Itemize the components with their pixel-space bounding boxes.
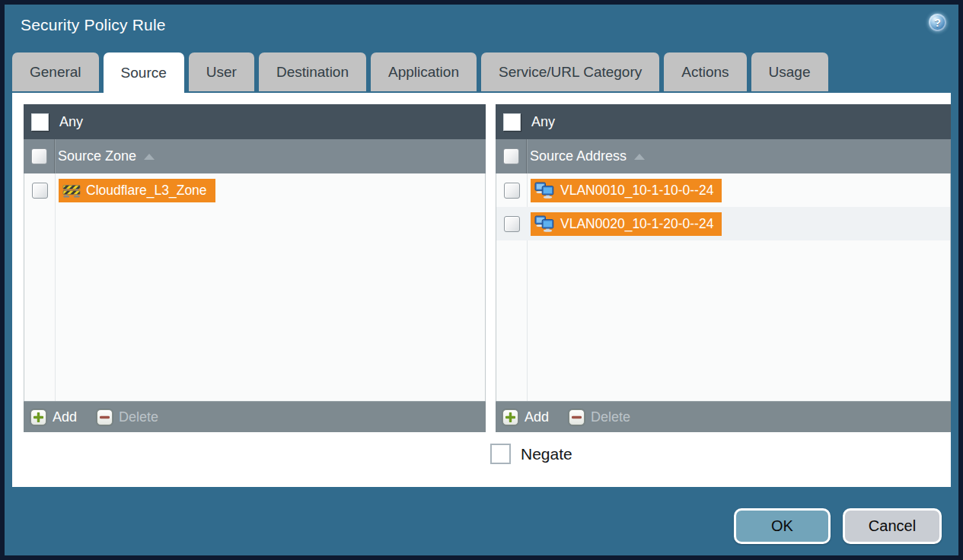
help-icon[interactable]: ? — [929, 14, 946, 31]
row-checkbox[interactable] — [32, 183, 48, 199]
sort-ascending-icon — [634, 154, 645, 160]
select-all-checkbox[interactable] — [31, 148, 47, 164]
any-checkbox[interactable] — [31, 113, 49, 131]
tab-usage[interactable]: Usage — [751, 52, 828, 91]
object-tag[interactable]: VLAN0020_10-1-20-0--24 — [531, 212, 722, 236]
add-label: Add — [53, 409, 77, 425]
negate-checkbox[interactable] — [490, 444, 511, 464]
zone-icon — [62, 183, 81, 198]
minus-icon — [97, 409, 113, 425]
delete-button[interactable]: Delete — [569, 409, 630, 425]
add-button[interactable]: Add — [30, 409, 77, 425]
column-header[interactable]: Source Address — [496, 139, 951, 173]
minus-icon — [569, 409, 585, 425]
column-divider — [526, 139, 527, 173]
object-tag[interactable]: VLAN0010_10-1-10-0--24 — [531, 179, 722, 202]
column-header-label: Source Zone — [58, 148, 136, 164]
table-row: VLAN0010_10-1-10-0--24 — [496, 173, 950, 207]
dialog-buttons: OK Cancel — [734, 508, 942, 544]
tab-bar: GeneralSourceUserDestinationApplicationS… — [12, 52, 951, 93]
address-icon — [534, 215, 555, 232]
plus-icon — [30, 409, 46, 425]
column-header[interactable]: Source Zone — [24, 139, 486, 173]
row-checkbox[interactable] — [504, 216, 520, 232]
column-divider — [55, 173, 56, 401]
tab-destination[interactable]: Destination — [259, 52, 366, 91]
tab-source[interactable]: Source — [104, 52, 184, 93]
tab-application[interactable]: Application — [371, 52, 477, 91]
cancel-button[interactable]: Cancel — [843, 508, 942, 544]
tab-user[interactable]: User — [189, 52, 254, 91]
dialog-content: Any Source Zone Cloudflare_L3_Zone Add — [12, 93, 951, 487]
row-checkbox[interactable] — [504, 183, 520, 199]
address-icon — [534, 182, 555, 199]
any-label: Any — [59, 114, 83, 130]
source-zone-panel: Any Source Zone Cloudflare_L3_Zone Add — [24, 104, 486, 432]
any-label: Any — [531, 114, 555, 130]
object-label: VLAN0010_10-1-10-0--24 — [560, 183, 713, 199]
zone-list: Cloudflare_L3_Zone — [24, 173, 486, 401]
delete-label: Delete — [591, 409, 630, 425]
select-all-checkbox[interactable] — [503, 148, 519, 164]
security-policy-rule-dialog: Security Policy Rule ? GeneralSourceUser… — [0, 0, 963, 560]
object-tag[interactable]: Cloudflare_L3_Zone — [59, 179, 215, 202]
tab-general[interactable]: General — [12, 52, 99, 91]
address-list: VLAN0010_10-1-10-0--24VLAN0020_10-1-20-0… — [496, 173, 951, 401]
zone-toolbar: Add Delete — [24, 401, 486, 432]
page-title: Security Policy Rule — [21, 16, 166, 34]
negate-row: Negate — [490, 444, 572, 464]
plus-icon — [502, 409, 518, 425]
any-header: Any — [24, 104, 486, 139]
tab-actions[interactable]: Actions — [664, 52, 746, 91]
negate-label: Negate — [521, 445, 572, 463]
address-toolbar: Add Delete — [496, 401, 951, 432]
object-label: Cloudflare_L3_Zone — [86, 183, 207, 199]
delete-button[interactable]: Delete — [97, 409, 158, 425]
table-row: Cloudflare_L3_Zone — [24, 173, 485, 207]
table-row: VLAN0020_10-1-20-0--24 — [496, 207, 950, 240]
add-label: Add — [525, 409, 549, 425]
any-header: Any — [496, 104, 951, 139]
column-divider — [54, 139, 55, 173]
sort-ascending-icon — [144, 154, 155, 160]
tab-service-url-category[interactable]: Service/URL Category — [481, 52, 659, 91]
source-address-panel: Any Source Address VLAN0010_10-1-10-0--2… — [496, 104, 951, 432]
delete-label: Delete — [119, 409, 158, 425]
ok-button[interactable]: OK — [734, 508, 831, 544]
any-checkbox[interactable] — [503, 113, 521, 131]
object-label: VLAN0020_10-1-20-0--24 — [560, 216, 713, 232]
column-header-label: Source Address — [530, 148, 627, 164]
add-button[interactable]: Add — [502, 409, 549, 425]
